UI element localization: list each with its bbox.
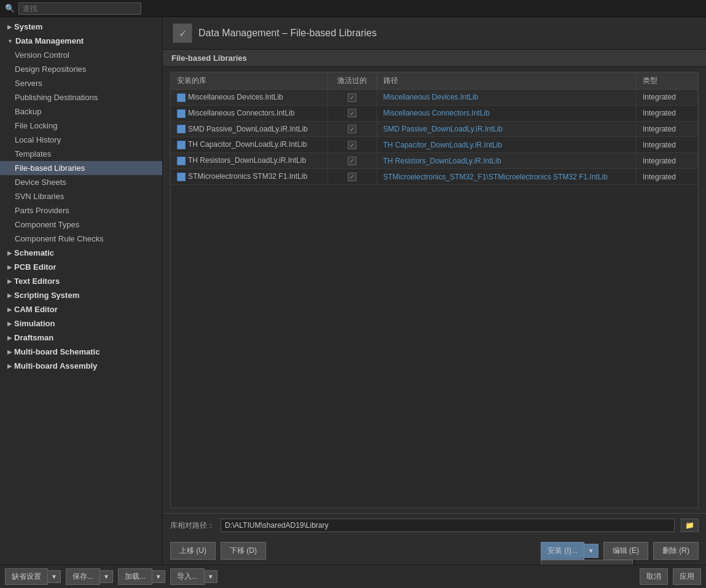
sidebar-item-local-history[interactable]: Local History bbox=[0, 133, 162, 147]
cell-activated[interactable]: ✓ bbox=[328, 90, 377, 106]
expand-icon-schematic: ▶ bbox=[7, 250, 12, 256]
default-btn-group: 缺省设置 ▼ bbox=[5, 568, 61, 585]
move-down-button[interactable]: 下移 (D) bbox=[221, 542, 266, 560]
import-arrow-button[interactable]: ▼ bbox=[205, 570, 218, 583]
sidebar-label-device-sheets: Device Sheets bbox=[15, 178, 66, 187]
install-from-file-item[interactable]: 从文件安装... bbox=[541, 560, 632, 565]
expand-icon-simulation: ▶ bbox=[7, 321, 12, 327]
sidebar-item-text-editors[interactable]: ▶ Text Editors bbox=[0, 274, 162, 288]
remove-button[interactable]: 删除 (R) bbox=[653, 542, 699, 560]
sidebar-item-data-management[interactable]: ▼ Data Management bbox=[0, 34, 162, 48]
sidebar-label-design-repositories: Design Repositories bbox=[15, 65, 86, 74]
footer-bar: 缺省设置 ▼ 保存... ▼ 加载... ▼ 导入... ▼ 取消 应用 bbox=[0, 565, 706, 588]
sidebar-item-device-sheets[interactable]: Device Sheets bbox=[0, 175, 162, 189]
activated-checkbox[interactable]: ✓ bbox=[348, 173, 356, 181]
search-bar: 🔍 bbox=[0, 0, 706, 17]
panel-icon-symbol: ✓ bbox=[179, 28, 187, 39]
install-arrow-button[interactable]: ▼ bbox=[584, 544, 598, 558]
lib-icon bbox=[177, 173, 186, 181]
move-up-button[interactable]: 上移 (U) bbox=[170, 542, 216, 560]
activated-checkbox[interactable]: ✓ bbox=[348, 109, 356, 117]
table-row[interactable]: SMD Passive_DownLoadLy.iR.IntLib ✓ SMD P… bbox=[171, 121, 698, 137]
cell-path: STMicroelectronics_STM32_F1\STMicroelect… bbox=[377, 169, 637, 185]
apply-button[interactable]: 应用 bbox=[673, 568, 701, 585]
save-arrow-button[interactable]: ▼ bbox=[100, 570, 113, 583]
cell-name: STMicroelectronics STM32 F1.IntLib bbox=[171, 169, 328, 185]
sidebar-item-file-based-libraries[interactable]: File-based Libraries bbox=[0, 161, 162, 175]
default-arrow-button[interactable]: ▼ bbox=[48, 570, 61, 583]
cell-name: TH Capacitor_DownLoadLy.iR.IntLib bbox=[171, 137, 328, 153]
table-row[interactable]: STMicroelectronics STM32 F1.IntLib ✓ STM… bbox=[171, 169, 698, 185]
table-row[interactable]: Miscellaneous Connectors.IntLib ✓ Miscel… bbox=[171, 105, 698, 121]
cell-name: TH Resistors_DownLoadLy.iR.IntLib bbox=[171, 153, 328, 169]
main-layout: ▶ System ▼ Data Management Version Contr… bbox=[0, 17, 706, 565]
default-button[interactable]: 缺省设置 bbox=[5, 568, 48, 585]
panel-header: ✓ Data Management – File-based Libraries bbox=[163, 17, 706, 50]
load-button[interactable]: 加载... bbox=[118, 568, 152, 585]
sidebar-item-scripting-system[interactable]: ▶ Scripting System bbox=[0, 288, 162, 302]
path-input[interactable] bbox=[221, 519, 675, 532]
cell-type: Integrated bbox=[637, 105, 698, 121]
libraries-table-container: 安装的库 激活过的 路径 类型 Miscellaneous Devices.In… bbox=[170, 72, 699, 508]
load-btn-group: 加载... ▼ bbox=[118, 568, 165, 585]
cell-type: Integrated bbox=[637, 121, 698, 137]
sidebar-label-text-editors: Text Editors bbox=[14, 276, 60, 286]
sidebar-item-backup[interactable]: Backup bbox=[0, 104, 162, 119]
sidebar-item-templates[interactable]: Templates bbox=[0, 147, 162, 161]
cancel-button[interactable]: 取消 bbox=[640, 568, 668, 585]
load-arrow-button[interactable]: ▼ bbox=[152, 570, 165, 583]
install-dropdown-menu: 从文件安装... 从服务器安装... bbox=[541, 560, 633, 565]
table-row[interactable]: TH Resistors_DownLoadLy.iR.IntLib ✓ TH R… bbox=[171, 153, 698, 169]
sidebar-item-draftsman[interactable]: ▶ Draftsman bbox=[0, 331, 162, 345]
sidebar-item-servers[interactable]: Servers bbox=[0, 76, 162, 90]
activated-checkbox[interactable]: ✓ bbox=[348, 141, 356, 149]
search-input[interactable] bbox=[18, 2, 141, 15]
expand-icon-multi-board-assembly: ▶ bbox=[7, 363, 12, 369]
activated-checkbox[interactable]: ✓ bbox=[348, 125, 356, 133]
install-button[interactable]: 安装 (I)... bbox=[541, 542, 584, 560]
sidebar-item-pcb-editor[interactable]: ▶ PCB Editor bbox=[0, 260, 162, 274]
sidebar-label-draftsman: Draftsman bbox=[14, 333, 53, 342]
sidebar-item-parts-providers[interactable]: Parts Providers bbox=[0, 203, 162, 218]
sidebar-item-svn-libraries[interactable]: SVN Libraries bbox=[0, 189, 162, 203]
sidebar-item-file-locking[interactable]: File Locking bbox=[0, 119, 162, 133]
sidebar-item-design-repositories[interactable]: Design Repositories bbox=[0, 62, 162, 76]
edit-button[interactable]: 编辑 (E) bbox=[603, 542, 648, 560]
sidebar-label-version-control: Version Control bbox=[15, 50, 69, 60]
expand-icon-text-editors: ▶ bbox=[7, 278, 12, 284]
cell-activated[interactable]: ✓ bbox=[328, 137, 377, 153]
import-btn-group: 导入... ▼ bbox=[170, 568, 218, 585]
sidebar-item-multi-board-assembly[interactable]: ▶ Multi-board Assembly bbox=[0, 359, 162, 373]
action-row: 上移 (U) 下移 (D) 安装 (I)... ▼ 从文件安装... 从服务器安… bbox=[163, 537, 706, 565]
cell-activated[interactable]: ✓ bbox=[328, 153, 377, 169]
sidebar-item-schematic[interactable]: ▶ Schematic bbox=[0, 246, 162, 260]
sidebar-item-component-types[interactable]: Component Types bbox=[0, 218, 162, 232]
cell-activated[interactable]: ✓ bbox=[328, 121, 377, 137]
cell-type: Integrated bbox=[637, 90, 698, 106]
cell-activated[interactable]: ✓ bbox=[328, 169, 377, 185]
sidebar-item-publishing-destinations[interactable]: Publishing Destinations bbox=[0, 90, 162, 104]
sidebar-label-templates: Templates bbox=[15, 149, 51, 159]
cell-type: Integrated bbox=[637, 169, 698, 185]
cell-path: Miscellaneous Devices.IntLib bbox=[377, 90, 637, 106]
expand-icon-cam-editor: ▶ bbox=[7, 307, 12, 313]
browse-button[interactable]: 📁 bbox=[681, 519, 699, 532]
sidebar-item-version-control[interactable]: Version Control bbox=[0, 48, 162, 62]
sidebar-label-system: System bbox=[14, 22, 42, 31]
cell-activated[interactable]: ✓ bbox=[328, 105, 377, 121]
activated-checkbox[interactable]: ✓ bbox=[348, 157, 356, 165]
save-button[interactable]: 保存... bbox=[66, 568, 100, 585]
expand-icon-scripting-system: ▶ bbox=[7, 292, 12, 299]
expand-icon-draftsman: ▶ bbox=[7, 335, 12, 341]
sidebar-item-simulation[interactable]: ▶ Simulation bbox=[0, 316, 162, 331]
sidebar-item-multi-board-schematic[interactable]: ▶ Multi-board Schematic bbox=[0, 345, 162, 359]
sidebar-label-data-management: Data Management bbox=[15, 36, 84, 45]
sidebar-item-system[interactable]: ▶ System bbox=[0, 20, 162, 34]
table-row[interactable]: TH Capacitor_DownLoadLy.iR.IntLib ✓ TH C… bbox=[171, 137, 698, 153]
sidebar-item-component-rule-checks[interactable]: Component Rule Checks bbox=[0, 232, 162, 246]
sidebar-item-cam-editor[interactable]: ▶ CAM Editor bbox=[0, 302, 162, 316]
activated-checkbox[interactable]: ✓ bbox=[348, 93, 356, 102]
sidebar-label-file-locking: File Locking bbox=[15, 121, 57, 130]
import-button[interactable]: 导入... bbox=[170, 568, 205, 585]
table-row[interactable]: Miscellaneous Devices.IntLib ✓ Miscellan… bbox=[171, 90, 698, 106]
